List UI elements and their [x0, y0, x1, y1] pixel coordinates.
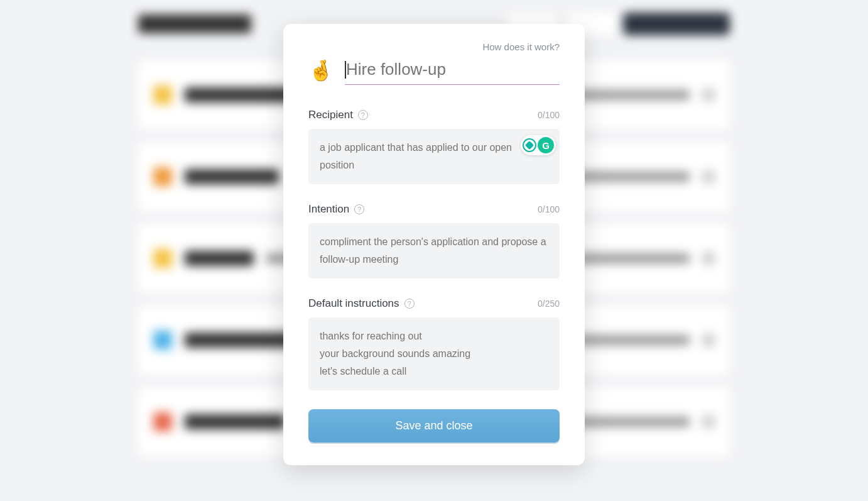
instructions-input[interactable] — [308, 317, 560, 390]
title-row: 🤞 — [308, 58, 560, 85]
instructions-label: Default instructions — [308, 297, 399, 310]
text-cursor — [345, 61, 346, 79]
grammarly-widget[interactable]: G — [521, 135, 556, 155]
instructions-char-count: 0/250 — [538, 299, 560, 309]
intention-field-group: Intention ? 0/100 — [308, 203, 560, 281]
save-and-close-button[interactable]: Save and close — [308, 409, 560, 443]
recipient-field-group: Recipient ? 0/100 G — [308, 109, 560, 187]
template-title-input[interactable] — [345, 58, 560, 85]
template-editor-modal: How does it work? 🤞 Recipient ? 0/100 G … — [283, 24, 585, 465]
help-icon[interactable]: ? — [354, 204, 364, 214]
how-does-it-work-link[interactable]: How does it work? — [308, 41, 560, 52]
grammarly-icon[interactable]: G — [538, 137, 554, 153]
recipient-char-count: 0/100 — [538, 110, 560, 120]
recipient-label: Recipient — [308, 109, 353, 121]
help-icon[interactable]: ? — [358, 110, 368, 120]
intention-char-count: 0/100 — [538, 204, 560, 214]
instructions-field-group: Default instructions ? 0/250 — [308, 297, 560, 393]
help-icon[interactable]: ? — [404, 299, 415, 309]
recipient-input[interactable] — [308, 129, 560, 184]
intention-input[interactable] — [308, 223, 560, 278]
emoji-picker[interactable]: 🤞 — [308, 60, 334, 80]
grammarly-suggestion-icon[interactable] — [523, 138, 536, 152]
intention-label: Intention — [308, 203, 349, 216]
